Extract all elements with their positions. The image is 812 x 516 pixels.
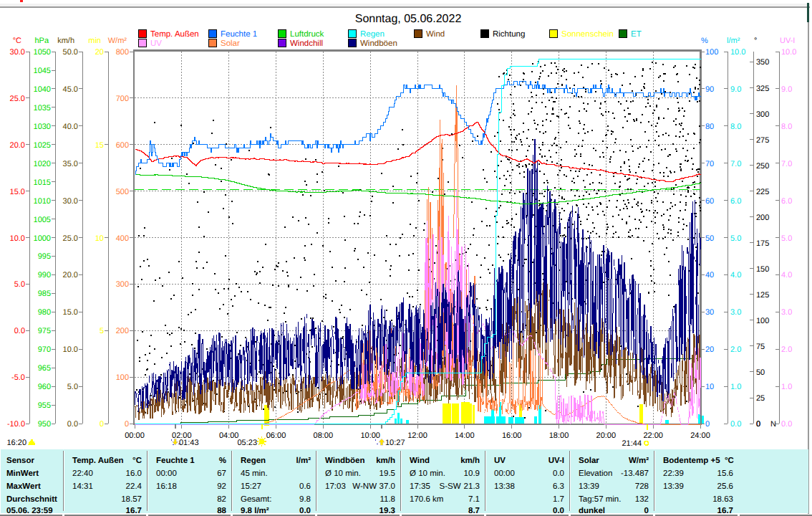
svg-text:Richtung: Richtung bbox=[493, 30, 525, 39]
svg-text:15: 15 bbox=[95, 141, 104, 150]
svg-text:6.0: 6.0 bbox=[730, 197, 741, 206]
svg-text:MinWert: MinWert bbox=[6, 469, 39, 478]
svg-text:8.0: 8.0 bbox=[730, 123, 741, 131]
svg-text:l/m²: l/m² bbox=[727, 37, 740, 45]
svg-text:16.7: 16.7 bbox=[717, 507, 733, 515]
svg-text:2.0: 2.0 bbox=[781, 345, 792, 354]
svg-text:17:03 W-NW: 17:03 W-NW bbox=[325, 482, 377, 491]
svg-text:1.0: 1.0 bbox=[781, 383, 792, 391]
svg-text:170.6 km: 170.6 km bbox=[410, 495, 443, 504]
svg-text:N: N bbox=[770, 420, 776, 429]
svg-text:-5.0: -5.0 bbox=[11, 373, 25, 382]
svg-text:14:00: 14:00 bbox=[455, 431, 475, 440]
svg-text:25: 25 bbox=[756, 394, 765, 403]
svg-text:°C: °C bbox=[132, 457, 142, 465]
svg-text:24:00: 24:00 bbox=[690, 431, 710, 440]
svg-text:12:00: 12:00 bbox=[407, 431, 427, 440]
svg-text:1020: 1020 bbox=[34, 160, 51, 168]
svg-text:0.0: 0.0 bbox=[730, 420, 741, 429]
svg-text:985: 985 bbox=[38, 290, 51, 298]
svg-text:150: 150 bbox=[756, 265, 769, 274]
svg-text:1010: 1010 bbox=[34, 197, 51, 206]
svg-text:00:00: 00:00 bbox=[125, 431, 145, 440]
svg-text:1.0: 1.0 bbox=[730, 383, 741, 391]
svg-text:Solar: Solar bbox=[221, 39, 240, 48]
svg-text:8.7: 8.7 bbox=[468, 507, 480, 515]
svg-text:19.3: 19.3 bbox=[380, 507, 395, 515]
svg-text:%: % bbox=[219, 457, 226, 465]
svg-text:0.6: 0.6 bbox=[299, 482, 311, 491]
svg-text:82: 82 bbox=[217, 495, 226, 504]
svg-text:37.0: 37.0 bbox=[380, 482, 395, 491]
svg-text:9.8: 9.8 bbox=[299, 495, 311, 504]
svg-text:10:00: 10:00 bbox=[360, 431, 380, 440]
svg-text:975: 975 bbox=[38, 327, 51, 335]
svg-text:km/h: km/h bbox=[376, 457, 395, 465]
svg-text:22:00: 22:00 bbox=[643, 431, 663, 440]
svg-text:10.0: 10.0 bbox=[781, 48, 796, 57]
svg-text:20.0: 20.0 bbox=[10, 141, 25, 150]
svg-text:20.0: 20.0 bbox=[63, 271, 78, 280]
svg-text:Elevation: Elevation bbox=[579, 469, 612, 478]
svg-text:3.0: 3.0 bbox=[730, 308, 741, 317]
svg-text:14:31: 14:31 bbox=[72, 482, 93, 491]
svg-text:60: 60 bbox=[705, 197, 714, 206]
svg-text:20:00: 20:00 bbox=[596, 431, 617, 440]
svg-text:0: 0 bbox=[125, 420, 129, 429]
svg-text:30: 30 bbox=[705, 308, 714, 317]
svg-text:08:00: 08:00 bbox=[314, 431, 334, 440]
svg-text:2.0: 2.0 bbox=[730, 345, 741, 354]
svg-text:W/m²: W/m² bbox=[629, 457, 649, 465]
svg-text:980: 980 bbox=[38, 308, 51, 317]
svg-text:10: 10 bbox=[705, 383, 714, 391]
svg-text:15.0: 15.0 bbox=[63, 308, 78, 317]
svg-text:hPa: hPa bbox=[34, 37, 49, 45]
svg-text:11.8: 11.8 bbox=[380, 495, 395, 504]
svg-text:MaxWert: MaxWert bbox=[6, 482, 41, 491]
svg-text:1035: 1035 bbox=[34, 104, 51, 113]
svg-text:1025: 1025 bbox=[34, 141, 51, 150]
svg-text:50.0: 50.0 bbox=[63, 48, 78, 57]
svg-text:Ø 10 min.: Ø 10 min. bbox=[410, 469, 445, 478]
svg-text:970: 970 bbox=[38, 345, 51, 354]
svg-text:960: 960 bbox=[38, 383, 51, 391]
svg-text:0: 0 bbox=[100, 420, 104, 429]
svg-text:05:23: 05:23 bbox=[237, 439, 257, 447]
svg-text:min: min bbox=[88, 37, 101, 45]
svg-text:80: 80 bbox=[705, 123, 714, 131]
svg-text:05.06. 23:59: 05.06. 23:59 bbox=[6, 507, 53, 515]
svg-text:dunkel: dunkel bbox=[579, 507, 605, 515]
svg-text:300: 300 bbox=[116, 280, 129, 289]
svg-text:1045: 1045 bbox=[34, 67, 51, 75]
svg-text:Temp. Außen: Temp. Außen bbox=[72, 457, 124, 465]
svg-text:0.0: 0.0 bbox=[14, 327, 25, 335]
svg-text:20: 20 bbox=[705, 345, 714, 354]
svg-text:1015: 1015 bbox=[34, 178, 51, 187]
svg-text:10.0: 10.0 bbox=[730, 48, 745, 57]
svg-text:500: 500 bbox=[116, 188, 129, 196]
svg-text:13:39: 13:39 bbox=[579, 482, 599, 491]
svg-text:225: 225 bbox=[756, 188, 769, 196]
svg-text:21:44: 21:44 bbox=[622, 439, 642, 448]
svg-text:18.63: 18.63 bbox=[712, 495, 733, 504]
svg-text:175: 175 bbox=[756, 239, 769, 248]
svg-text:Feuchte 1: Feuchte 1 bbox=[156, 457, 195, 465]
svg-text:955: 955 bbox=[38, 401, 51, 410]
svg-text:30.0: 30.0 bbox=[63, 197, 78, 206]
svg-text:Luftdruck: Luftdruck bbox=[290, 30, 324, 39]
svg-text:200: 200 bbox=[116, 327, 129, 335]
svg-text:00:00: 00:00 bbox=[156, 469, 177, 478]
svg-text:1.7: 1.7 bbox=[553, 495, 564, 504]
svg-text:15:27: 15:27 bbox=[241, 482, 261, 491]
svg-text:25.0: 25.0 bbox=[10, 95, 25, 103]
svg-text:10: 10 bbox=[95, 234, 104, 243]
svg-text:200: 200 bbox=[756, 214, 769, 222]
svg-text:Solar: Solar bbox=[579, 457, 599, 465]
svg-text:01:43: 01:43 bbox=[179, 439, 199, 447]
svg-text:300: 300 bbox=[756, 110, 769, 119]
svg-text:km/h: km/h bbox=[57, 37, 74, 45]
svg-text:%: % bbox=[701, 37, 708, 45]
svg-text:W/m²: W/m² bbox=[108, 37, 127, 45]
svg-text:70: 70 bbox=[705, 160, 714, 168]
svg-text:7.1: 7.1 bbox=[468, 495, 480, 504]
